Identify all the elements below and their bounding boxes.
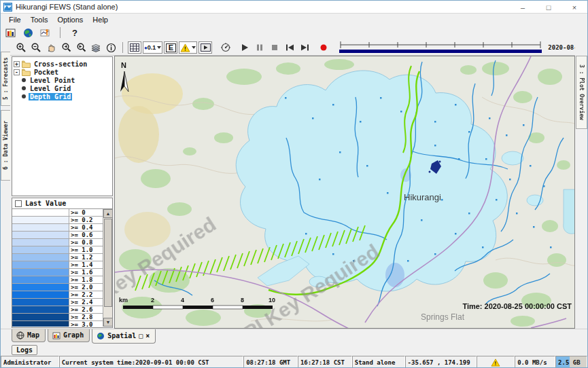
legend-row[interactable]: >= 3.0 xyxy=(12,321,103,327)
status-bar: Administrator Current system time:2020-0… xyxy=(1,356,587,368)
minimize-button[interactable]: – xyxy=(510,1,536,14)
legend-row[interactable]: >= 0.8 xyxy=(12,239,103,246)
timeline-slider[interactable] xyxy=(339,41,542,55)
legend-row-label: >= 1.0 xyxy=(69,246,103,253)
tab-plot-overview[interactable]: 3 : Plot Overview xyxy=(576,56,587,129)
maximize-button[interactable]: □ xyxy=(536,1,561,14)
bar-chart-icon xyxy=(52,331,60,339)
tab-map[interactable]: Map xyxy=(12,329,46,342)
legend-row[interactable]: >= 2.0 xyxy=(12,284,103,291)
play-button[interactable] xyxy=(238,41,252,54)
close-button[interactable]: × xyxy=(561,1,587,14)
step-forward-button[interactable] xyxy=(298,41,311,54)
legend-swatch xyxy=(12,217,69,223)
legend-row[interactable]: >= 1.6 xyxy=(12,269,103,276)
pan-hand-button[interactable] xyxy=(44,41,58,54)
title-bar[interactable]: Hikurangi FEWS (Stand alone) – □ × xyxy=(1,1,587,14)
tree-item-level-point[interactable]: Level Point xyxy=(12,76,112,84)
chevron-down-icon xyxy=(192,46,196,49)
legend-row[interactable]: >= 1.0 xyxy=(12,246,103,254)
menu-item[interactable]: Help xyxy=(88,15,113,24)
legend-row[interactable]: >= 0.6 xyxy=(12,232,103,239)
legend-row[interactable]: >= 2.4 xyxy=(12,299,103,306)
status-warning-cell[interactable] xyxy=(477,356,515,368)
legend-row[interactable]: >= 1.8 xyxy=(12,276,103,284)
legend-row[interactable]: >= 1.2 xyxy=(12,254,103,261)
tree-item-label-selected: Depth Grid xyxy=(29,93,72,100)
legend-row[interactable]: >= 1.4 xyxy=(12,261,103,269)
tab-forecasts[interactable]: 5 : Forecasts xyxy=(1,52,10,106)
svg-text:N: N xyxy=(121,61,126,69)
zoom-in-button[interactable] xyxy=(14,41,28,54)
record-button[interactable] xyxy=(317,41,330,54)
legend-row[interactable]: >= 0.4 xyxy=(12,224,103,232)
place-label-hikurangi: Hikurangi xyxy=(404,192,441,202)
tab-map-label: Map xyxy=(27,331,39,339)
animation-movie-button[interactable] xyxy=(198,41,212,54)
status-coordinates: -35.657 , 174.199 xyxy=(405,356,477,368)
last-value-checkbox[interactable] xyxy=(15,200,22,207)
legend-swatch xyxy=(12,299,69,306)
contour-interval-button[interactable]: ●0.1 xyxy=(143,41,162,54)
legend-row-label: >= 2.4 xyxy=(69,299,103,306)
legend-row-label: >= 1.2 xyxy=(69,254,103,261)
legend-row[interactable]: >= 2.8 xyxy=(12,314,103,321)
warning-threshold-button[interactable] xyxy=(179,41,197,54)
legend-swatch xyxy=(12,254,69,261)
pause-button[interactable] xyxy=(253,41,266,54)
scroll-up-icon[interactable]: ▲ xyxy=(103,209,112,218)
scrollbar-thumb[interactable] xyxy=(104,219,112,307)
legend-row[interactable]: >= 2.2 xyxy=(12,291,103,299)
zoom-next-button[interactable] xyxy=(74,41,88,54)
tree-item-label: Level Grid xyxy=(29,85,72,92)
bottom-tab-bar: Map Graph Spatial □ × xyxy=(1,329,587,344)
legend-toggle-button[interactable]: E xyxy=(164,41,177,54)
step-back-button[interactable] xyxy=(283,41,296,54)
logs-button[interactable]: Logs xyxy=(12,345,37,355)
legend-row-label: >= 2.6 xyxy=(69,306,103,313)
legend-row-label: >= 1.4 xyxy=(69,261,103,268)
globe-icon xyxy=(97,332,105,340)
legend-scrollbar[interactable]: ▲ ▼ xyxy=(103,209,112,327)
zoom-out-button[interactable] xyxy=(29,41,43,54)
expand-icon[interactable]: + xyxy=(14,61,20,67)
tab-close-icon[interactable]: × xyxy=(145,332,150,339)
tree-item-pocket[interactable]: - Pocket xyxy=(12,68,112,76)
tree-item-level-grid[interactable]: Level Grid xyxy=(12,84,112,92)
map-panel: API Key Required API Key Required N km xyxy=(114,56,575,329)
zoom-previous-button[interactable] xyxy=(59,41,73,54)
gauge-button[interactable] xyxy=(219,41,232,54)
tab-maximize-icon[interactable]: □ xyxy=(139,332,143,339)
tab-data-viewer[interactable]: 6 : Data Viewer xyxy=(1,110,10,181)
grid-toggle-button[interactable] xyxy=(128,41,141,54)
layers-button[interactable] xyxy=(89,41,103,54)
legend-row-label: >= 0.4 xyxy=(69,224,103,231)
folder-icon xyxy=(22,69,31,76)
map-time-overlay: Time: 2020-08-25 00:00:00 CST xyxy=(462,302,572,310)
collapse-icon[interactable]: - xyxy=(14,69,20,75)
tree-item-depth-grid[interactable]: Depth Grid xyxy=(12,92,112,100)
filters-tree[interactable]: + Cross-section - Pocket Level Point Lev… xyxy=(12,56,113,196)
archive-display-button[interactable] xyxy=(3,26,17,39)
legend-row[interactable]: >= 0.2 xyxy=(12,217,103,224)
help-button[interactable]: ? xyxy=(68,26,82,39)
profile-chart-button[interactable] xyxy=(39,26,52,39)
legend-row-label: >= 1.8 xyxy=(69,276,103,283)
map-canvas[interactable]: API Key Required API Key Required N km xyxy=(115,56,575,329)
info-button[interactable] xyxy=(104,41,118,54)
tree-item-cross-section[interactable]: + Cross-section xyxy=(12,60,112,68)
tab-graph[interactable]: Graph xyxy=(48,329,90,342)
svg-text:8: 8 xyxy=(241,297,244,303)
legend-swatch xyxy=(12,209,69,216)
legend-row[interactable]: >= 2.6 xyxy=(12,306,103,314)
tab-spatial[interactable]: Spatial □ × xyxy=(92,329,156,344)
status-net-speed: 0.0 MB/s xyxy=(515,356,555,368)
menu-item[interactable]: Options xyxy=(52,15,88,24)
globe-map-button[interactable] xyxy=(21,26,35,39)
legend-swatch xyxy=(12,224,69,231)
menu-item[interactable]: Tools xyxy=(26,15,53,24)
legend-row[interactable]: >= 0 xyxy=(12,209,103,217)
scroll-down-icon[interactable]: ▼ xyxy=(103,318,112,327)
stop-button[interactable] xyxy=(268,41,281,54)
menu-item[interactable]: File xyxy=(4,15,26,24)
